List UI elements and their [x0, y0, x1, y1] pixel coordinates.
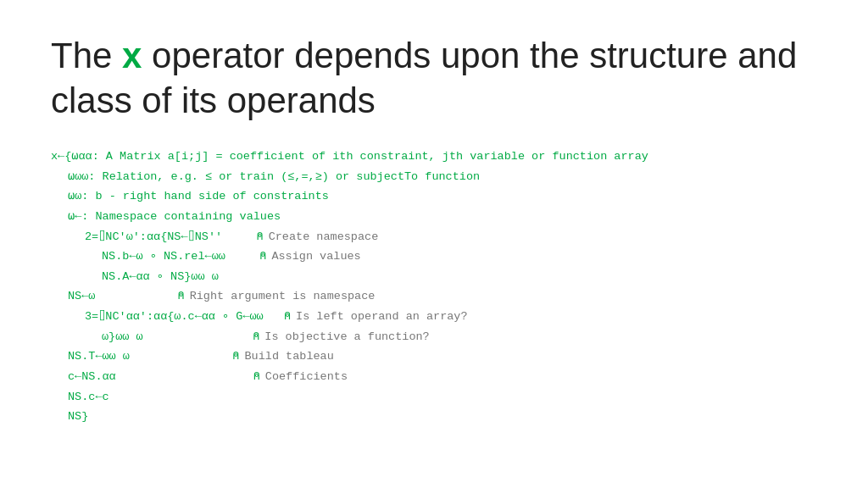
code-line-2: ⍵ωω: Relation, e.g. ≤ or train (≤,=,≥) o… [51, 167, 817, 187]
line5-code: 2=⌷NC'ω':αα{NS←⌷NS'' [85, 227, 222, 247]
line6-comment: Assign values [271, 247, 360, 267]
title-after: operator depends upon the structure and … [51, 36, 797, 120]
code-line-10: ω}ωω ω ⍝ Is objective a function? [51, 327, 817, 347]
line3-text: ⍵ω: b - right hand side of constraints [68, 186, 329, 207]
line1-text: x←{⍵αα: A Matrix a[i;j] = coefficient of… [51, 147, 648, 167]
line10-code: ω}ωω ω [102, 327, 143, 347]
line8-comment: Right argument is namespace [190, 286, 376, 307]
code-line-8: NS←ω ⍝ Right argument is namespace [51, 286, 817, 307]
line10-comment: Is objective a function? [264, 327, 429, 347]
line2-text: ⍵ωω: Relation, e.g. ≤ or train (≤,=,≥) o… [68, 167, 480, 187]
title-highlight: x [122, 36, 142, 75]
code-line-9: 3=⌷NC'αα':αα{ω.c←αα ∘ G←ωω ⍝ Is left ope… [51, 307, 817, 327]
code-content: x←{⍵αα: A Matrix a[i;j] = coefficient of… [51, 147, 817, 427]
code-line-5: 2=⌷NC'ω':αα{NS←⌷NS'' ⍝ Create namespace [51, 227, 817, 247]
line11-comment: Build tableau [244, 347, 333, 367]
code-line-14: NS} [51, 407, 817, 427]
slide-title: The x operator depends upon the structur… [51, 34, 817, 123]
line7-code: NS.A←αα ∘ NS}ωω ω [102, 267, 219, 287]
line9-code: 3=⌷NC'αα':αα{ω.c←αα ∘ G←ωω [85, 307, 264, 327]
line12-code: c←NS.αα [68, 367, 116, 387]
code-line-12: c←NS.αα ⍝ Coefficients [51, 367, 817, 387]
code-line-7: NS.A←αα ∘ NS}ωω ω [51, 267, 817, 287]
code-line-3: ⍵ω: b - right hand side of constraints [51, 186, 817, 207]
line4-text: ⍵←: Namespace containing values [68, 207, 281, 227]
line12-comment: Coefficients [265, 367, 348, 387]
line9-comment: Is left operand an array? [296, 307, 468, 327]
code-line-1: x←{⍵αα: A Matrix a[i;j] = coefficient of… [51, 147, 817, 167]
line14-code: NS} [68, 407, 88, 427]
line8-comment-icon: ⍝ [178, 286, 185, 307]
line6-code: NS.b←ω ∘ NS.rel←ωω [102, 247, 225, 267]
line6-comment-icon: ⍝ [259, 247, 266, 267]
code-line-11: NS.T←ωω ω ⍝ Build tableau [51, 347, 817, 367]
code-line-13: NS.c←c [51, 387, 817, 408]
title-before: The [51, 36, 122, 75]
line8-code: NS←ω [68, 286, 95, 307]
line5-comment-icon: ⍝ [257, 227, 264, 247]
line13-code: NS.c←c [68, 387, 109, 408]
line11-code: NS.T←ωω ω [68, 347, 130, 367]
line10-comment-icon: ⍝ [253, 327, 259, 347]
code-line-6: NS.b←ω ∘ NS.rel←ωω ⍝ Assign values [51, 247, 817, 267]
line12-comment-icon: ⍝ [253, 367, 260, 387]
code-line-4: ⍵←: Namespace containing values [51, 207, 817, 227]
line9-comment-icon: ⍝ [284, 307, 291, 327]
line11-comment-icon: ⍝ [232, 347, 239, 367]
line5-comment: Create namespace [269, 227, 379, 247]
